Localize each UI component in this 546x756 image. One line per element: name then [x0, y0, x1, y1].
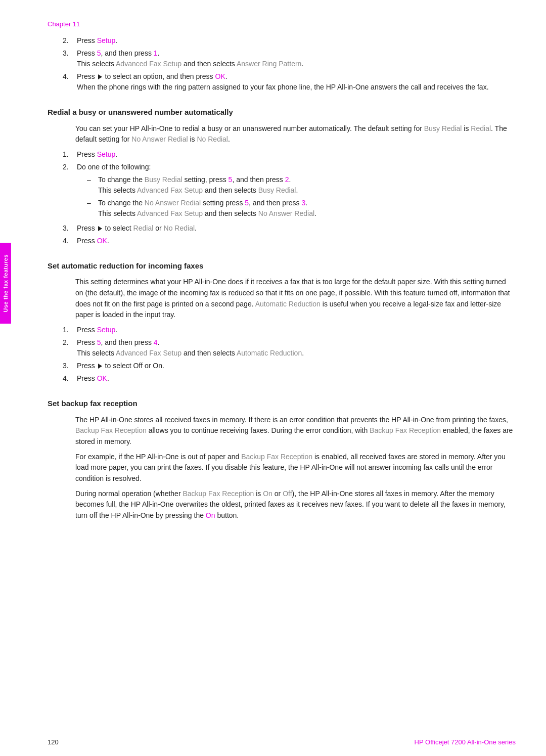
chapter-label: Chapter 11 [48, 20, 80, 28]
section-redial-heading: Redial a busy or unanswered number autom… [48, 107, 516, 118]
side-tab-label: Use the fax features [3, 254, 9, 313]
reduction-step-4: 4. Press OK. [63, 373, 516, 384]
section-reduction-heading: Set automatic reduction for incoming fax… [48, 260, 516, 272]
redial-dash-2: – To change the No Answer Redial setting… [87, 198, 516, 219]
arrow-icon [98, 74, 102, 79]
redial-step-1: 1. Press Setup. [63, 149, 516, 160]
page-container: Use the fax features Chapter 11 2. Press… [0, 0, 546, 756]
redial-dash-list: – To change the Busy Redial setting, pre… [87, 174, 516, 219]
intro-steps-list: 2. Press Setup. 3. Press 5, and then pre… [63, 35, 516, 93]
redial-step-3: 3. Press to select Redial or No Redial. [63, 223, 516, 234]
reduction-step-2: 2. Press 5, and then press 4. This selec… [63, 337, 516, 359]
redial-intro-para: You can set your HP All-in-One to redial… [75, 123, 516, 145]
backup-para-2: For example, if the HP All-in-One is out… [75, 452, 516, 484]
redial-step-2: 2. Do one of the following: – To change … [63, 162, 516, 221]
backup-para-1: The HP All-in-One stores all received fa… [75, 415, 516, 448]
reduction-step-3: 3. Press to select Off or On. [63, 361, 516, 371]
intro-step-4: 4. Press to select an option, and then p… [63, 71, 516, 93]
redial-step-4: 4. Press OK. [63, 236, 516, 246]
intro-step-2: 2. Press Setup. [63, 35, 516, 46]
product-name: HP Officejet 7200 All-in-One series [415, 738, 516, 746]
page-number: 120 [48, 738, 59, 746]
intro-step-3: 3. Press 5, and then press 1. This selec… [63, 48, 516, 69]
footer: 120 HP Officejet 7200 All-in-One series [48, 738, 516, 746]
main-content: 2. Press Setup. 3. Press 5, and then pre… [48, 35, 516, 525]
arrow-icon-2 [98, 226, 102, 231]
redial-steps-list: 1. Press Setup. 2. Do one of the followi… [63, 149, 516, 246]
backup-para-3: During normal operation (whether Backup … [75, 488, 516, 521]
side-tab: Use the fax features [0, 243, 11, 324]
chapter-header: Chapter 11 [48, 20, 80, 28]
reduction-step-1: 1. Press Setup. [63, 325, 516, 335]
arrow-icon-3 [98, 364, 102, 369]
section-backup-heading: Set backup fax reception [48, 398, 516, 410]
reduction-steps-list: 1. Press Setup. 2. Press 5, and then pre… [63, 325, 516, 384]
redial-dash-1: – To change the Busy Redial setting, pre… [87, 174, 516, 196]
reduction-para: This setting determines what your HP All… [75, 277, 516, 321]
